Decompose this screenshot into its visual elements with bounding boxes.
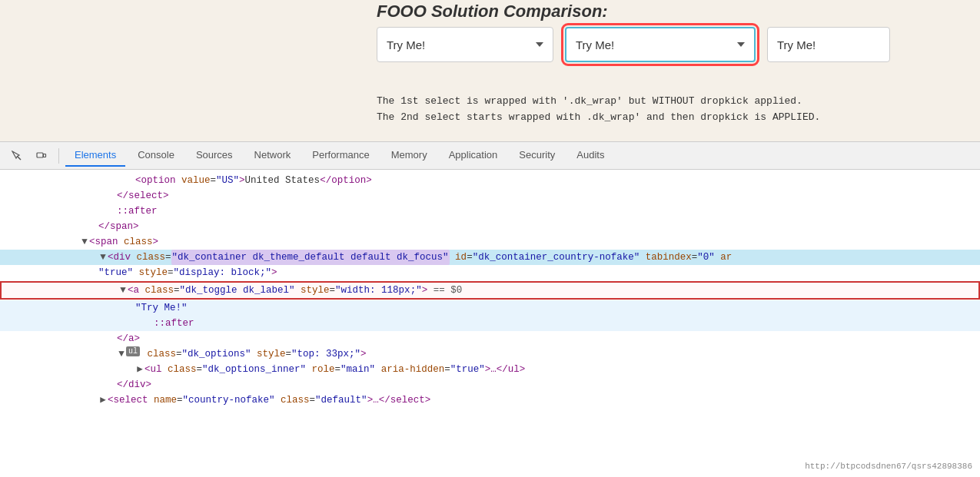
code-line: ▶ <ul class="dk_options_inner" role="mai… <box>0 362 980 377</box>
expand-arrow[interactable]: ▼ <box>117 346 126 362</box>
svg-rect-2 <box>44 154 46 157</box>
chevron-down-icon <box>536 42 543 47</box>
tab-audits[interactable]: Audits <box>567 144 613 167</box>
code-line: ▼ ul class="dk_options" style="top: 33px… <box>0 346 980 362</box>
code-line: ▼ <span class> <box>0 234 980 250</box>
select-highlighted[interactable]: Try Me! <box>565 27 756 62</box>
tab-console[interactable]: Console <box>128 144 184 167</box>
description-text: The 1st select is wrapped with '.dk_wrap… <box>377 94 820 126</box>
code-line: "true" style="display: block;" > <box>0 265 980 280</box>
tab-application[interactable]: Application <box>440 144 507 167</box>
expand-arrow-collapsed[interactable]: ▶ <box>135 362 145 377</box>
expand-arrow-collapsed[interactable]: ▶ <box>98 393 108 408</box>
code-line: </span> <box>0 219 980 234</box>
code-line: ::after <box>0 316 980 331</box>
select-third[interactable]: Try Me! <box>767 27 890 62</box>
code-line-highlighted: ▼ <div class="dk_container dk_theme_defa… <box>0 250 980 265</box>
code-line: </select> <box>0 188 980 204</box>
tab-security[interactable]: Security <box>510 144 564 167</box>
code-line: </a> <box>0 331 980 346</box>
code-line-selected: ▼ <a class="dk_toggle dk_label" style="w… <box>0 281 980 300</box>
tab-performance[interactable]: Performance <box>303 144 378 167</box>
tab-memory[interactable]: Memory <box>382 144 437 167</box>
svg-line-0 <box>18 156 22 160</box>
url-bar: http://btpcodsdnen67/qsrs42898386 <box>805 460 972 474</box>
chevron-down-icon-2 <box>737 42 745 47</box>
inspect-element-button[interactable] <box>6 145 28 167</box>
tab-network[interactable]: Network <box>245 144 301 167</box>
device-toolbar-button[interactable] <box>31 145 52 167</box>
page-title: FOOO Solution Comparison: <box>377 0 980 22</box>
devtools-toolbar: Elements Console Sources Network Perform… <box>0 142 980 170</box>
code-panel[interactable]: <option value="US" >United States</optio… <box>0 170 980 477</box>
expand-arrow[interactable]: ▼ <box>118 283 128 298</box>
code-line: </div> <box>0 377 980 393</box>
code-line: <option value="US" >United States</optio… <box>0 173 980 188</box>
code-line: "Try Me!" <box>0 300 980 316</box>
code-line: ::after <box>0 204 980 219</box>
select-third-label: Try Me! <box>777 38 816 51</box>
page-area: FOOO Solution Comparison: Try Me! Try Me… <box>0 0 980 142</box>
divider <box>58 148 59 164</box>
select-highlighted-label: Try Me! <box>576 38 614 51</box>
code-line: ▶ <select name="country-nofake" class="d… <box>0 393 980 408</box>
selects-row: Try Me! Try Me! Try Me! <box>377 27 890 62</box>
expand-arrow[interactable]: ▼ <box>98 250 108 265</box>
tab-elements[interactable]: Elements <box>65 144 125 167</box>
select-normal[interactable]: Try Me! <box>377 27 553 62</box>
select-normal-label: Try Me! <box>387 38 425 51</box>
tab-sources[interactable]: Sources <box>187 144 242 167</box>
expand-arrow[interactable]: ▼ <box>80 234 89 250</box>
svg-rect-1 <box>37 153 43 157</box>
